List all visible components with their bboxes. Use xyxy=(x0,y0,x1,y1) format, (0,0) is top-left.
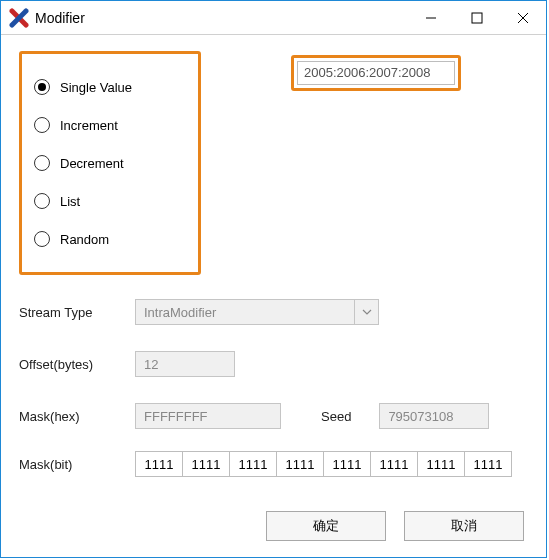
radio-label: Single Value xyxy=(60,80,132,95)
mask-bit-cell[interactable]: 1111 xyxy=(417,451,465,477)
radio-option[interactable]: Random xyxy=(34,220,172,258)
radio-option[interactable]: Single Value xyxy=(34,68,172,106)
modifier-dialog: Modifier Single ValueIncrementDecrementL… xyxy=(0,0,547,558)
mask-bit-cells: 11111111111111111111111111111111 xyxy=(135,451,512,477)
value-display: 2005:2006:2007:2008 xyxy=(297,61,455,85)
seed-label: Seed xyxy=(321,409,351,424)
radio-option[interactable]: Increment xyxy=(34,106,172,144)
dialog-body: Single ValueIncrementDecrementListRandom… xyxy=(1,35,546,507)
modifier-type-group: Single ValueIncrementDecrementListRandom xyxy=(19,51,201,275)
radio-label: Random xyxy=(60,232,109,247)
value-highlight-box: 2005:2006:2007:2008 xyxy=(291,55,461,91)
seed-field: 795073108 xyxy=(379,403,489,429)
close-button[interactable] xyxy=(500,1,546,35)
offset-field: 12 xyxy=(135,351,235,377)
minimize-button[interactable] xyxy=(408,1,454,35)
stream-type-value: IntraModifier xyxy=(135,299,355,325)
mask-bit-label: Mask(bit) xyxy=(19,457,135,472)
radio-label: List xyxy=(60,194,80,209)
radio-option[interactable]: Decrement xyxy=(34,144,172,182)
radio-icon xyxy=(34,231,50,247)
maximize-button[interactable] xyxy=(454,1,500,35)
mask-hex-field: FFFFFFFF xyxy=(135,403,281,429)
radio-icon xyxy=(34,79,50,95)
radio-icon xyxy=(34,117,50,133)
radio-icon xyxy=(34,193,50,209)
dialog-footer: 确定 取消 xyxy=(1,507,546,557)
mask-bit-cell[interactable]: 1111 xyxy=(323,451,371,477)
mask-hex-label: Mask(hex) xyxy=(19,409,135,424)
stream-type-label: Stream Type xyxy=(19,305,135,320)
stream-type-select: IntraModifier xyxy=(135,299,379,325)
radio-label: Increment xyxy=(60,118,118,133)
window-title: Modifier xyxy=(35,10,85,26)
mask-bit-cell[interactable]: 1111 xyxy=(276,451,324,477)
cancel-button[interactable]: 取消 xyxy=(404,511,524,541)
titlebar: Modifier xyxy=(1,1,546,35)
ok-button[interactable]: 确定 xyxy=(266,511,386,541)
radio-icon xyxy=(34,155,50,171)
app-icon xyxy=(9,8,29,28)
mask-bit-cell[interactable]: 1111 xyxy=(464,451,512,477)
mask-bit-cell[interactable]: 1111 xyxy=(182,451,230,477)
radio-label: Decrement xyxy=(60,156,124,171)
chevron-down-icon xyxy=(355,299,379,325)
svg-rect-3 xyxy=(472,13,482,23)
mask-bit-cell[interactable]: 1111 xyxy=(135,451,183,477)
mask-bit-cell[interactable]: 1111 xyxy=(229,451,277,477)
radio-option[interactable]: List xyxy=(34,182,172,220)
mask-bit-cell[interactable]: 1111 xyxy=(370,451,418,477)
offset-label: Offset(bytes) xyxy=(19,357,135,372)
